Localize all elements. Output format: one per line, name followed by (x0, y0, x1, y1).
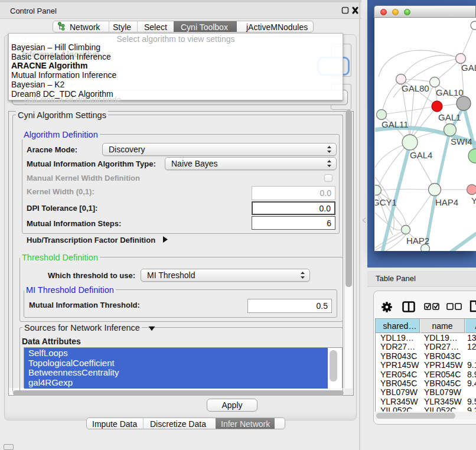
svg-text:GAL4: GAL4 (410, 150, 432, 160)
svg-text:HAP4: HAP4 (435, 197, 458, 207)
svg-text:YJR048W: YJR048W (471, 195, 476, 206)
svg-text:GAL80: GAL80 (402, 83, 429, 93)
svg-text:SWI4: SWI4 (451, 136, 472, 146)
svg-text:HAP2: HAP2 (406, 236, 429, 246)
svg-text:GAL11: GAL11 (382, 119, 409, 129)
svg-text:GAL10: GAL10 (436, 87, 464, 97)
svg-text:GAL2: GAL2 (461, 63, 476, 73)
svg-text:GCY1: GCY1 (375, 197, 397, 207)
svg-text:GAL1: GAL1 (438, 112, 461, 122)
